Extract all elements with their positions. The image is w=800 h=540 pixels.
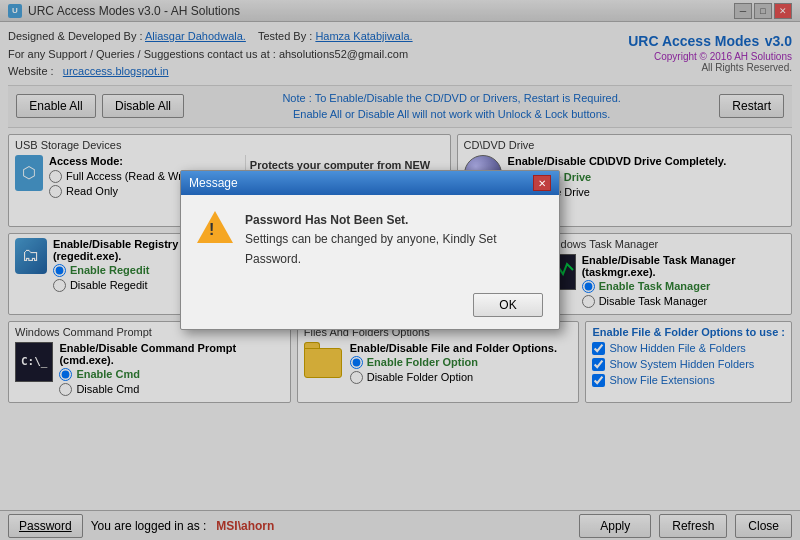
warning-icon (197, 211, 233, 243)
dialog-title: Message (189, 176, 238, 190)
dialog-ok-button[interactable]: OK (473, 293, 543, 317)
message-dialog: Message ✕ Password Has Not Been Set. Set… (180, 170, 560, 330)
dialog-footer: OK (181, 285, 559, 329)
dialog-body: Password Has Not Been Set. Settings can … (181, 195, 559, 285)
dialog-message: Password Has Not Been Set. Settings can … (245, 211, 543, 269)
dialog-title-bar: Message ✕ (181, 171, 559, 195)
dialog-close-button[interactable]: ✕ (533, 175, 551, 191)
dialog-overlay: Message ✕ Password Has Not Been Set. Set… (0, 0, 800, 540)
